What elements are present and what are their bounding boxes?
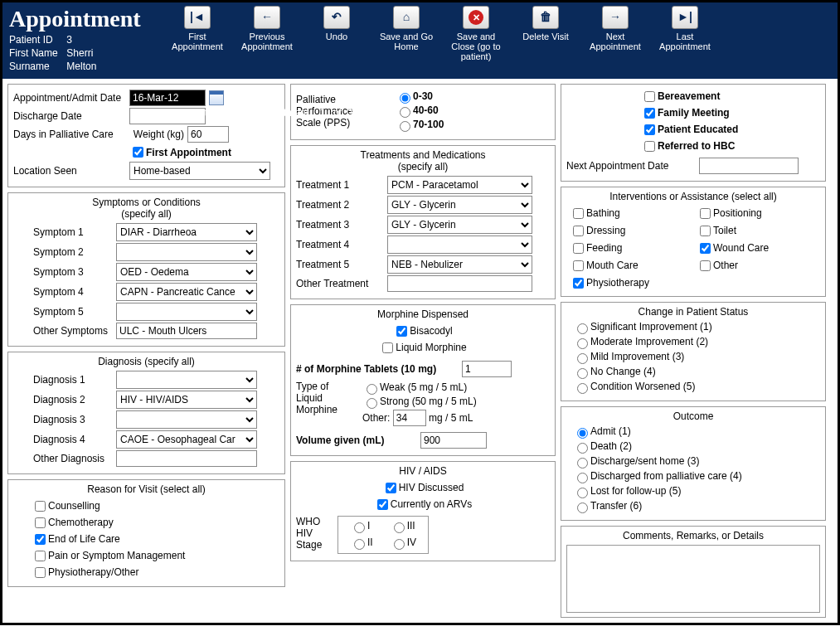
morphine-other-input[interactable]	[393, 410, 426, 426]
status-4-radio[interactable]	[577, 368, 588, 379]
end-of-life-checkbox[interactable]	[35, 534, 46, 545]
bereavement-checkbox[interactable]	[644, 91, 655, 102]
feeding-checkbox[interactable]	[573, 243, 584, 254]
other-symptoms-input[interactable]	[116, 323, 257, 339]
stage-3-radio[interactable]	[394, 522, 405, 533]
symptoms-panel: Symptoms or Conditions(specify all) Symp…	[7, 192, 285, 347]
stage-1-radio[interactable]	[354, 522, 365, 533]
status-1-radio[interactable]	[577, 323, 588, 334]
save-close-button[interactable]: ✕ Save and Close (go to patient)	[445, 6, 507, 61]
pps-70-100-radio[interactable]	[400, 121, 410, 132]
physio-other-checkbox[interactable]	[35, 567, 46, 578]
treatments-panel: Treatments and Medications(specify all) …	[290, 145, 556, 299]
treatment3-select[interactable]: GLY - Glycerin	[387, 216, 532, 234]
first-appointment-checkbox[interactable]	[133, 147, 143, 158]
morphine-panel: Morphine Dispensed Bisacodyl Liquid Morp…	[290, 304, 556, 456]
referred-hbc-checkbox[interactable]	[644, 141, 655, 152]
outcome-panel: Outcome Admit (1) Death (2) Discharge/se…	[561, 406, 826, 521]
diagnosis2-select[interactable]: HIV - HIV/AIDS	[116, 391, 257, 409]
discharge-date-label: Discharge Date	[13, 110, 129, 122]
symptom3-select[interactable]: OED - Oedema	[116, 263, 257, 281]
page-title: Appointment	[9, 6, 158, 32]
chemotherapy-checkbox[interactable]	[35, 517, 46, 528]
comments-textarea[interactable]	[566, 545, 820, 613]
outcome-2-radio[interactable]	[577, 443, 588, 454]
outcome-5-radio[interactable]	[577, 488, 588, 498]
outcome-3-radio[interactable]	[577, 458, 588, 469]
strong-radio[interactable]	[367, 398, 377, 409]
weight-label: Weight (kg)	[129, 129, 184, 140]
last-appointment-button[interactable]: ►| Last Appointment	[654, 6, 716, 61]
first-appointment-button[interactable]: |◄ First Appointment	[167, 6, 228, 61]
home-icon: ⌂	[393, 6, 420, 29]
treatment1-select[interactable]: PCM - Paracetamol	[387, 176, 532, 194]
pps-0-30-radio[interactable]	[400, 93, 410, 104]
reason-panel: Reason for Visit (select all) Counsellin…	[7, 479, 285, 587]
bathing-checkbox[interactable]	[573, 208, 584, 219]
volume-given-input[interactable]	[420, 432, 487, 449]
appointment-date-label: Appointment/Admit Date	[13, 92, 129, 104]
outcome-1-radio[interactable]	[577, 428, 588, 439]
other-treatment-input[interactable]	[387, 275, 532, 292]
status-3-radio[interactable]	[577, 353, 588, 364]
on-arvs-checkbox[interactable]	[377, 499, 388, 510]
surname-row: Surname Melton	[9, 61, 158, 72]
location-select[interactable]: Home-based	[129, 162, 270, 180]
treatment5-select[interactable]: NEB - Nebulizer	[387, 255, 532, 274]
save-home-button[interactable]: ⌂ Save and Go Home	[376, 6, 437, 61]
status-panel: Change in Patient Status Significant Imp…	[561, 302, 826, 401]
toolbar: |◄ First Appointment ← Previous Appointm…	[167, 6, 716, 61]
next-appointment-input[interactable]	[699, 158, 799, 174]
bisacodyl-checkbox[interactable]	[396, 326, 407, 337]
appointment-date-input[interactable]	[129, 90, 206, 106]
counselling-checkbox[interactable]	[35, 501, 46, 512]
weight-input[interactable]	[187, 126, 229, 143]
diagnosis4-select[interactable]: CAOE - Oesophageal Car	[116, 430, 257, 449]
dressing-checkbox[interactable]	[573, 226, 584, 236]
positioning-checkbox[interactable]	[700, 208, 711, 219]
previous-appointment-button[interactable]: ← Previous Appointment	[236, 6, 298, 61]
header: Appointment Patient ID 3 First Name Sher…	[2, 2, 838, 79]
arrow-left-icon: ←	[254, 6, 280, 29]
treatment4-select[interactable]	[387, 235, 532, 254]
stage-2-radio[interactable]	[354, 539, 365, 550]
calendar-icon[interactable]	[209, 90, 224, 105]
toilet-checkbox[interactable]	[700, 226, 711, 236]
undo-icon: ↶	[323, 6, 350, 29]
symptom4-select[interactable]: CAPN - Pancreatic Cance	[116, 283, 257, 301]
status-2-radio[interactable]	[577, 338, 588, 349]
comments-panel: Comments, Remarks, or Details	[561, 526, 826, 618]
other-interv-checkbox[interactable]	[700, 260, 711, 271]
symptom5-select[interactable]	[116, 303, 257, 321]
liquid-morphine-checkbox[interactable]	[382, 342, 393, 353]
days-label: Days in Palliative Care	[13, 129, 129, 140]
patient-educated-checkbox[interactable]	[644, 124, 655, 135]
next-appointment-button[interactable]: → Next Appointment	[585, 6, 646, 61]
mouth-care-checkbox[interactable]	[573, 260, 584, 271]
other-diagnosis-input[interactable]	[116, 450, 257, 467]
top-checks-panel: Bereavement Family Meeting Patient Educa…	[561, 84, 826, 182]
symptom2-select[interactable]	[116, 243, 257, 261]
treatment2-select[interactable]: GLY - Glycerin	[387, 196, 532, 214]
delete-visit-button[interactable]: 🗑 Delete Visit	[515, 6, 576, 61]
morphine-tablets-input[interactable]	[462, 361, 512, 377]
interventions-panel: Interventions or Assistance (select all)…	[561, 187, 826, 297]
patient-id-row: Patient ID 3	[9, 34, 158, 46]
stage-4-radio[interactable]	[394, 539, 405, 550]
family-meeting-checkbox[interactable]	[644, 108, 655, 119]
status-5-radio[interactable]	[577, 383, 588, 394]
outcome-4-radio[interactable]	[577, 473, 588, 483]
pps-40-60-radio[interactable]	[400, 107, 410, 118]
diagnosis3-select[interactable]	[116, 410, 257, 429]
weak-radio[interactable]	[367, 384, 377, 395]
physiotherapy-checkbox[interactable]	[573, 278, 584, 289]
pain-symptom-checkbox[interactable]	[35, 551, 46, 561]
goto-first-icon: |◄	[184, 6, 211, 29]
outcome-6-radio[interactable]	[577, 502, 588, 513]
hiv-discussed-checkbox[interactable]	[386, 483, 396, 493]
hiv-panel: HIV / AIDS HIV Discussed Currently on AR…	[290, 461, 556, 561]
diagnosis1-select[interactable]	[116, 371, 257, 389]
undo-button[interactable]: ↶ Undo	[306, 6, 367, 61]
symptom1-select[interactable]: DIAR - Diarrheoa	[116, 223, 257, 241]
wound-care-checkbox[interactable]	[700, 243, 711, 254]
